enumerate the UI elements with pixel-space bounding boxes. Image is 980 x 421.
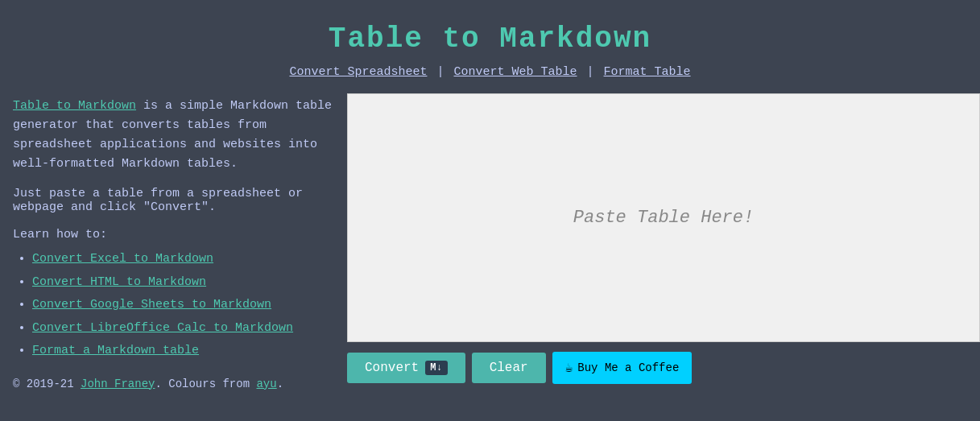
site-title: Table to Markdown [0,23,980,56]
footer-ayu-link[interactable]: ayu [256,378,276,390]
buttons-row: Convert M↓ Clear ☕ Buy Me a Coffee [347,342,980,390]
nav-convert-web-table[interactable]: Convert Web Table [453,65,577,79]
link-libreoffice[interactable]: Convert LibreOffice Calc to Markdown [32,321,293,335]
main-layout: Table to Markdown is a simple Markdown t… [0,93,980,390]
footer-author-link[interactable]: John Franey [81,378,155,390]
footer-end: . [277,378,283,390]
main-nav: Convert Spreadsheet | Convert Web Table … [0,65,980,79]
list-item: Convert Google Sheets to Markdown [32,294,334,317]
content-area: Paste Table Here! Convert M↓ Clear ☕ Buy… [347,93,980,390]
table-input[interactable] [348,94,979,341]
sidebar-description: Table to Markdown is a simple Markdown t… [13,97,334,174]
link-google-sheets[interactable]: Convert Google Sheets to Markdown [32,298,271,312]
list-item: Convert LibreOffice Calc to Markdown [32,317,334,341]
clear-button[interactable]: Clear [472,353,546,383]
nav-convert-spreadsheet[interactable]: Convert Spreadsheet [289,65,427,79]
nav-sep-2: | [587,65,594,79]
page-header: Table to Markdown Convert Spreadsheet | … [0,0,980,93]
list-item: Convert HTML to Markdown [32,271,334,295]
learn-links: Convert Excel to Markdown Convert HTML t… [13,248,334,363]
link-excel[interactable]: Convert Excel to Markdown [32,252,213,266]
convert-label: Convert [365,361,419,375]
instruction-text: Just paste a table from a spreadsheet or… [13,187,334,214]
learn-how-label: Learn how to: [13,228,334,241]
footer-mid: . Colours from [155,378,256,390]
md-badge: M↓ [425,361,447,375]
link-format[interactable]: Format a Markdown table [32,344,199,357]
sidebar: Table to Markdown is a simple Markdown t… [13,93,347,390]
nav-format-table[interactable]: Format Table [604,65,691,79]
buy-coffee-button[interactable]: ☕ Buy Me a Coffee [552,352,693,384]
link-html[interactable]: Convert HTML to Markdown [32,275,206,289]
coffee-label: Buy Me a Coffee [577,361,679,374]
brand-link[interactable]: Table to Markdown [13,99,136,113]
nav-sep-1: | [436,65,444,79]
list-item: Format a Markdown table [32,340,334,363]
convert-button[interactable]: Convert M↓ [347,353,465,383]
footer: © 2019-21 John Franey. Colours from ayu. [13,378,334,390]
list-item: Convert Excel to Markdown [32,248,334,271]
coffee-icon: ☕ [565,360,573,376]
footer-copyright: © 2019-21 [13,378,81,390]
textarea-wrapper: Paste Table Here! [347,93,980,342]
